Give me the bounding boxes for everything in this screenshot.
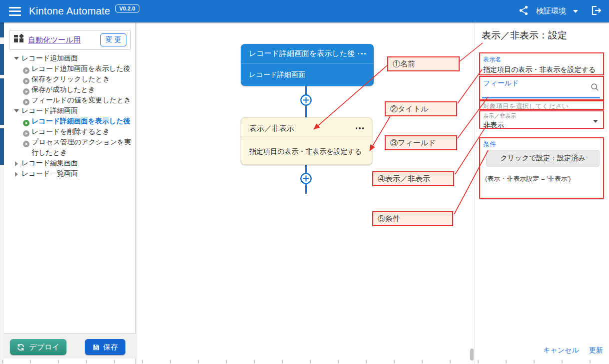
environment-dropdown-icon[interactable] [573,10,578,13]
caret-down-icon [14,109,19,112]
annotation-title: ②タイトル [385,101,457,116]
display-name-value: 指定項目の表示・非表示を設定する [483,65,600,74]
tree-group-record-edit[interactable]: レコード編集画面 [4,158,136,168]
condition-set-button[interactable]: クリックで設定：設定済み [486,150,600,166]
logout-icon[interactable] [590,4,602,18]
annotation-field: ③フィールド [385,135,457,150]
trigger-node[interactable]: レコード詳細画面を表示した後 レコード詳細画面 [241,44,374,86]
add-step-button[interactable] [299,172,313,185]
visibility-value: 非表示 [483,121,600,130]
save-icon [92,344,100,351]
search-icon[interactable] [591,83,599,93]
visibility-select[interactable]: 表示／非表示 非表示 [479,110,604,129]
tree-event[interactable]: フィールドの値を変更したとき [4,95,136,105]
caret-right-icon [15,161,18,166]
app-title: Kintone Automate [29,5,110,17]
share-icon[interactable] [518,5,529,18]
play-icon [23,67,29,74]
action-node[interactable]: 表示／非表示 指定項目の表示・非表示を設定する [241,117,372,165]
field-helper-box: 対象項目を選択してください [479,100,604,110]
app-name-link[interactable]: 自動化ツール用 [28,35,81,45]
condition-label: 条件 [483,140,600,149]
play-icon [23,130,29,137]
display-name-label: 表示名 [483,55,600,64]
tree-group-record-detail[interactable]: レコード詳細画面 [4,105,136,116]
event-tree: レコード追加画面 レコード追加画面を表示した後 保存をクリックしたとき 保存が成… [4,53,136,179]
visibility-label: 表示／非表示 [483,112,600,120]
add-step-button[interactable] [299,93,313,107]
app-header: Kintone Automate V0.2.0 検証環境 [0,0,609,22]
save-button[interactable]: 保存 [85,339,125,355]
play-icon [23,141,29,147]
input-focus-underline [482,97,600,98]
panel-title: 表示／非表示：設定 [482,29,567,42]
more-options-icon[interactable] [356,127,364,129]
more-options-icon[interactable] [358,53,366,55]
annotation-condition: ⑤条件 [372,211,453,226]
caret-right-icon [15,172,18,177]
tree-group-record-add[interactable]: レコード追加画面 [4,53,136,63]
play-icon [23,78,29,84]
tree-event[interactable]: レコード追加画面を表示した後 [4,63,136,74]
play-icon-active [23,120,29,126]
field-select-input[interactable]: フィールド [479,76,604,100]
condition-section: 条件 クリックで設定：設定済み (表示・非表示設定 = '非表示') [479,137,604,199]
update-link[interactable]: 更新 [589,346,603,355]
app-window: Kintone Automate V0.2.0 検証環境 自動化ツール用 変 更 [0,0,609,364]
hamburger-menu-icon[interactable] [9,7,21,16]
sidebar: 自動化ツール用 変 更 レコード追加画面 レコード追加画面を表示した後 保存をク… [4,22,136,364]
annotation-visibility: ④表示／非表示 [372,171,454,186]
condition-expression: (表示・非表示設定 = '非表示') [485,174,571,183]
action-node-title: 表示／非表示 [249,124,294,133]
cancel-link[interactable]: キャンセル [543,346,579,355]
trigger-node-title: レコード詳細画面を表示した後 [249,49,355,58]
tree-group-record-list[interactable]: レコード一覧画面 [4,168,136,179]
app-selector-box: 自動化ツール用 変 更 [9,30,131,50]
trigger-node-subtitle: レコード詳細画面 [249,70,305,79]
tree-event[interactable]: 保存が成功したとき [4,84,136,95]
action-node-subtitle: 指定項目の表示・非表示を設定する [249,147,362,156]
play-icon [23,88,29,95]
canvas-scrollbar-thumb[interactable] [470,349,474,361]
tree-event[interactable]: レコードを削除するとき [4,126,136,137]
caret-down-icon [14,57,19,60]
change-app-button[interactable]: 変 更 [100,33,126,46]
tree-event[interactable]: プロセス管理のアクションを実行したとき [4,137,136,158]
sidebar-footer: デプロイ 保存 [4,333,136,359]
play-icon [23,99,29,105]
panel-divider [479,199,604,200]
settings-panel: 表示／非表示：設定 表示名 指定項目の表示・非表示を設定する フィールド 対象項… [475,22,609,364]
field-label: フィールド [483,79,600,88]
bottom-tick-marks [2,360,607,364]
flow-canvas: レコード詳細画面を表示した後 レコード詳細画面 表示／非表示 指定項目の表示・非… [136,22,475,364]
display-name-field[interactable]: 表示名 指定項目の表示・非表示を設定する [479,52,604,75]
annotation-name: ①名前 [387,56,460,71]
version-badge: V0.2.0 [115,4,139,12]
select-caret-icon [593,120,598,123]
sync-icon [16,343,25,352]
tree-event-selected[interactable]: レコード詳細画面を表示した後 [4,116,136,126]
environment-name: 検証環境 [536,6,566,16]
kintone-app-icon [13,34,24,46]
field-placeholder: 対象項目を選択してください [483,102,600,110]
deploy-button[interactable]: デプロイ [10,339,66,355]
left-edge-strip [0,22,4,364]
tree-event[interactable]: 保存をクリックしたとき [4,74,136,84]
